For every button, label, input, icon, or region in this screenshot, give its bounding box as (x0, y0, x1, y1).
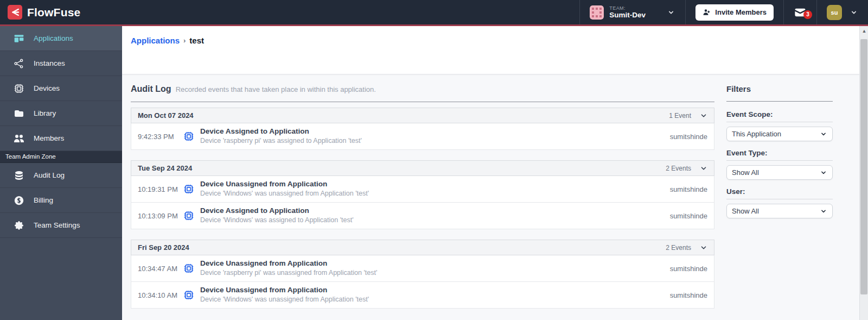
event-title: Device Assigned to Application (200, 127, 670, 136)
sidebar-item-label: Library (34, 109, 56, 117)
group-event-count: 2 Events (666, 244, 691, 252)
sidebar-item-billing[interactable]: Billing (0, 188, 122, 213)
team-text: TEAM: Sumit-Dev (609, 5, 646, 20)
main-content: Applications › test Audit Log Recorded e… (122, 26, 859, 320)
team-selector[interactable]: TEAM: Sumit-Dev (579, 0, 685, 24)
filters-title: Filters (726, 84, 833, 93)
breadcrumb-current: test (189, 36, 204, 45)
audit-log-icon (14, 170, 24, 181)
sidebar-item-label: Devices (34, 84, 60, 92)
sidebar-item-label: Team Settings (34, 221, 80, 229)
filter-field: Event Type: Show All (726, 149, 833, 180)
event-title: Device Unassigned from Application (200, 259, 670, 268)
group-date: Mon Oct 07 2024 (138, 111, 194, 120)
sidebar-item-team-settings[interactable]: Team Settings (0, 213, 122, 238)
scrollbar-up-arrow[interactable]: ▲ (860, 26, 868, 36)
filter-select[interactable]: Show All (726, 165, 833, 180)
breadcrumb-applications-link[interactable]: Applications (131, 36, 180, 45)
event-time: 9:42:33 PM (138, 133, 181, 141)
audit-log-heading: Audit Log Recorded events that have take… (131, 84, 714, 94)
group-header[interactable]: Fri Sep 20 2024 2 Events (131, 240, 714, 255)
scrollbar-thumb[interactable] (860, 39, 867, 294)
chevron-down-icon[interactable] (700, 165, 707, 172)
device-chip-icon (183, 131, 194, 142)
filters-panel: Filters Event Scope: This Application Ev… (726, 84, 833, 320)
group-header[interactable]: Mon Oct 07 2024 1 Event (131, 108, 714, 123)
content-area: Audit Log Recorded events that have take… (122, 74, 859, 320)
tab-bar (131, 68, 851, 74)
sidebar-item-devices[interactable]: Devices (0, 76, 122, 101)
audit-log-group: Tue Sep 24 2024 2 Events 10:19:31 PM Dev… (131, 160, 714, 229)
page-subtitle: Recorded events that have taken place in… (176, 85, 376, 93)
filter-field: Event Scope: This Application (726, 110, 833, 141)
gear-icon (14, 220, 24, 231)
filter-fields: Event Scope: This Application Event Type… (726, 110, 833, 218)
user-menu[interactable]: su (827, 5, 858, 20)
filter-selected-value: This Application (732, 130, 781, 138)
group-date: Fri Sep 20 2024 (138, 243, 189, 252)
filter-label: Event Scope: (726, 110, 833, 122)
invite-members-button[interactable]: Invite Members (695, 4, 774, 21)
group-header[interactable]: Tue Sep 24 2024 2 Events (131, 160, 714, 176)
chevron-down-icon[interactable] (700, 244, 707, 252)
instances-icon (14, 58, 24, 69)
library-icon (14, 108, 24, 119)
audit-event-row: 10:34:47 AM Device Unassigned from Appli… (131, 255, 714, 282)
flowfuse-app: FlowFuse TEAM: Sumit-Dev (0, 0, 868, 320)
billing-icon (14, 195, 24, 206)
event-title: Device Unassigned from Application (200, 180, 670, 189)
group-event-count: 1 Event (669, 112, 691, 120)
audit-log-group: Mon Oct 07 2024 1 Event 9:42:33 PM Devic… (131, 108, 714, 150)
sidebar-item-applications[interactable]: Applications (0, 26, 122, 51)
brand[interactable]: FlowFuse (0, 5, 80, 20)
filter-field: User: Show All (726, 187, 833, 218)
group-date: Tue Sep 24 2024 (138, 164, 192, 172)
event-user: sumitshinde (670, 212, 707, 220)
event-description: Device 'Windows' was unassigned from App… (200, 296, 670, 304)
notifications-section: 3 (783, 0, 816, 24)
sidebar: Applications Instances Devices Library M… (0, 26, 122, 320)
filter-selected-value: Show All (732, 168, 759, 177)
chevron-down-icon[interactable] (700, 112, 707, 120)
chevron-down-icon (850, 8, 858, 17)
event-time: 10:34:10 AM (138, 291, 181, 299)
filter-label: Event Type: (726, 149, 833, 161)
audit-event-row: 9:42:33 PM Device Assigned to Applicatio… (131, 123, 714, 150)
sidebar-item-label: Billing (34, 196, 53, 204)
topbar: FlowFuse TEAM: Sumit-Dev (0, 0, 868, 24)
sidebar-item-audit-log[interactable]: Audit Log (0, 163, 122, 188)
event-time: 10:19:31 PM (138, 185, 181, 193)
chevron-down-icon (820, 169, 827, 177)
team-admin-zone-label: Team Admin Zone (0, 151, 122, 163)
event-description: Device 'Windows' was unassigned from App… (200, 190, 670, 198)
breadcrumb-separator: › (183, 36, 186, 45)
filter-select[interactable]: Show All (726, 204, 833, 218)
audit-log-group: Fri Sep 20 2024 2 Events 10:34:47 AM Dev… (131, 240, 714, 309)
event-user: sumitshinde (670, 265, 707, 273)
event-description: Device 'Windows' was assigned to Applica… (200, 216, 670, 225)
audit-event-row: 10:34:10 AM Device Unassigned from Appli… (131, 282, 714, 309)
user-avatar: su (827, 5, 842, 20)
audit-log-groups: Mon Oct 07 2024 1 Event 9:42:33 PM Devic… (131, 108, 714, 309)
brand-name: FlowFuse (27, 6, 80, 19)
event-description: Device 'raspberry pi' was assigned to Ap… (200, 137, 670, 146)
team-avatar (590, 5, 604, 20)
sidebar-item-members[interactable]: Members (0, 126, 122, 151)
vertical-scrollbar[interactable]: ▲ (859, 26, 868, 320)
team-label: TEAM: (609, 5, 646, 11)
notifications-button[interactable]: 3 (794, 6, 807, 19)
chevron-down-icon (667, 8, 675, 17)
members-icon (14, 133, 24, 144)
group-event-count: 2 Events (666, 165, 691, 172)
sidebar-item-instances[interactable]: Instances (0, 51, 122, 76)
team-name: Sumit-Dev (609, 11, 646, 20)
device-chip-icon (183, 210, 194, 221)
filter-select[interactable]: This Application (726, 127, 833, 141)
divider (131, 102, 714, 102)
event-description: Device 'raspberry pi' was unassigned fro… (200, 269, 670, 278)
sidebar-item-library[interactable]: Library (0, 101, 122, 126)
filter-selected-value: Show All (732, 207, 759, 215)
device-chip-icon (183, 184, 194, 194)
breadcrumb: Applications › test (131, 36, 851, 45)
event-time: 10:34:47 AM (138, 265, 181, 273)
